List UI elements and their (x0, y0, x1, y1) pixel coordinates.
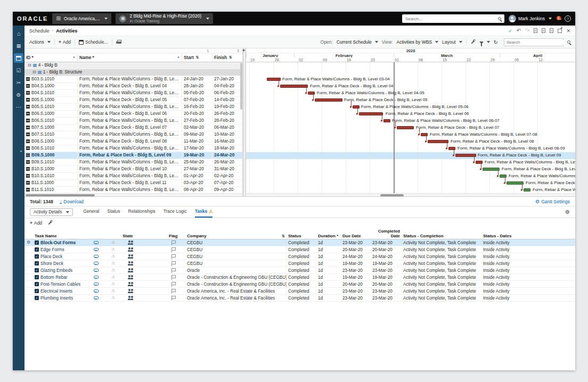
task-row[interactable]: ⚙✓Block-Out Forms⚠CEGBUCompleted1d23-Mar… (24, 239, 575, 246)
task-checkbox[interactable]: ✓ (35, 275, 39, 279)
tab-status[interactable]: Status (107, 209, 120, 218)
document-icon-3[interactable] (550, 28, 553, 33)
comment-icon[interactable] (94, 241, 99, 244)
gantt-bar[interactable] (524, 188, 530, 192)
user-menu[interactable]: Mark Jenkins (509, 15, 552, 22)
org-selector[interactable]: ⊞ Oracle America,... (52, 13, 111, 24)
col-header-start[interactable]: Start⇅ (182, 54, 213, 62)
flag-icon[interactable] (172, 254, 176, 259)
task-checkbox[interactable]: ✓ (35, 268, 39, 272)
nav-settings[interactable]: ⚙ (14, 90, 23, 99)
filter-caret-icon[interactable]: ▼ (177, 56, 180, 59)
open-schedule-select[interactable]: Current Schedule (337, 39, 378, 45)
panel-collapse-handle[interactable]: ◂ (20, 149, 22, 153)
flag-icon[interactable] (172, 240, 176, 245)
table-search-input[interactable] (507, 40, 565, 45)
activity-row[interactable]: B04.S.1000Form, Rebar & Place Deck - Bld… (24, 83, 242, 90)
col-status[interactable]: Status (287, 234, 316, 238)
filter-caret-icon[interactable]: ▼ (72, 56, 76, 59)
add-task-button[interactable]: +Add (30, 220, 42, 226)
row-gear-icon[interactable]: ⚙ (27, 239, 30, 246)
gantt-bar[interactable] (421, 133, 428, 136)
comment-icon[interactable] (94, 269, 99, 272)
col-header-finish[interactable]: Finish⇅ (213, 54, 243, 62)
gantt-bar[interactable] (476, 161, 483, 164)
gantt-bar[interactable] (359, 112, 383, 115)
activity-row[interactable]: B09.S.1010Form, Rebar & Place Walls/Colu… (24, 159, 242, 166)
open-window-icon[interactable] (558, 29, 562, 33)
col-status-dates[interactable]: Status - Dates (481, 234, 575, 238)
comment-icon[interactable] (94, 276, 99, 279)
breadcrumb-section[interactable]: Schedule (29, 28, 50, 34)
flag-icon[interactable] (172, 261, 176, 266)
tab-general[interactable]: General (83, 209, 99, 218)
task-row[interactable]: ✓Electrical Inserts⚠Oracle America, Inc.… (24, 288, 575, 295)
gantt-bar[interactable] (315, 98, 342, 102)
task-row[interactable]: ✓Place Deck⚠CEGBUCompleted1d24-Mar-2024-… (24, 253, 575, 260)
col-task-name[interactable]: Task Name (33, 234, 88, 238)
task-row[interactable]: ✓Post-Tension Cables⚠Oracle - Constructi… (24, 281, 575, 288)
gantt-hscrollbar[interactable] (246, 193, 575, 196)
task-checkbox[interactable]: ✓ (35, 247, 39, 252)
nav-schedule[interactable] (14, 53, 23, 63)
task-checkbox[interactable]: ✓ (35, 254, 39, 259)
comment-icon[interactable] (94, 296, 99, 300)
gantt-bar[interactable] (383, 119, 390, 122)
layout-button[interactable]: Layout (442, 39, 462, 45)
view-select[interactable]: Activities by WBS (396, 39, 438, 45)
task-checkbox[interactable]: ✓ (35, 282, 39, 286)
gantt-bar[interactable] (455, 154, 476, 157)
sort-icon[interactable]: ⇅ (282, 234, 285, 238)
activity-row[interactable]: B07.S.1000Form, Rebar & Place Deck - Bld… (24, 124, 242, 131)
gantt-bar[interactable] (507, 181, 524, 185)
task-row[interactable]: ✓Edge Forms⚠CEGBUCompleted1d20-Mar-2020-… (24, 246, 575, 253)
activity-group-row[interactable]: ⊟1 - Bldg B: Structure (24, 69, 242, 76)
col-header-id[interactable]: ID *▼ (24, 54, 78, 62)
comment-icon[interactable] (94, 248, 99, 251)
details-settings-button[interactable]: ⚙ (565, 209, 570, 215)
task-row[interactable]: ✓Bottom Rebar⚠Oracle - Construction & En… (24, 274, 575, 281)
task-checkbox[interactable]: ✓ (35, 296, 39, 300)
nav-resources[interactable]: ✂ (14, 78, 23, 87)
nav-portfolio[interactable]: ▦ (14, 41, 23, 51)
activity-row[interactable]: ⚙B09.S.1000Form, Rebar & Place Deck - Bl… (24, 152, 242, 159)
schedule-button[interactable]: Schedule... (79, 39, 108, 45)
tools-button[interactable] (470, 39, 476, 45)
search-icon[interactable] (567, 40, 570, 44)
nav-tasks[interactable]: ☑ (14, 65, 23, 75)
col-header-name[interactable]: Name *▼ (78, 54, 182, 62)
col-flag[interactable]: Flag (167, 234, 185, 238)
col-company[interactable]: Company⇅ (185, 234, 287, 238)
scrollbar-thumb[interactable] (26, 194, 95, 196)
tab-tasks[interactable]: Tasks⚠ (195, 209, 213, 218)
activity-row[interactable]: B08.S.1010Form, Rebar & Place Walls/Colu… (24, 145, 242, 152)
nav-more[interactable]: ⋯ (14, 102, 23, 112)
gantt-settings-link[interactable]: ⚙Gantt Settings (535, 199, 570, 204)
col-state[interactable]: State (88, 234, 167, 238)
comment-icon[interactable] (94, 262, 99, 265)
task-row[interactable]: ✓Shore Deck⚠CEGBUCompleted1d19-Mar-2019-… (24, 260, 575, 267)
gantt-bar[interactable] (483, 168, 500, 171)
gantt-bar[interactable] (448, 147, 455, 150)
activity-row[interactable]: B06.S.1000Form, Rebar & Place Deck - Bld… (24, 111, 242, 118)
gantt-bar[interactable] (280, 85, 308, 88)
collapse-icon[interactable]: ⊟ (32, 70, 36, 74)
details-selector[interactable]: Activity Details (30, 208, 73, 216)
activity-row[interactable]: B10.S.1000Form, Rebar & Place Deck - Bld… (24, 166, 242, 173)
gantt-bar[interactable] (353, 105, 360, 109)
tab-trace-logic[interactable]: Trace Logic (164, 209, 187, 218)
filter-button[interactable] (479, 40, 490, 44)
col-due-date[interactable]: Due Date (341, 234, 371, 238)
project-selector[interactable]: ▦ 2 Bldg Mid-Rise & High-Rise (2020) In:… (116, 13, 213, 24)
refresh-button[interactable]: ↻ (494, 39, 498, 45)
print-button[interactable] (116, 40, 121, 45)
help-button[interactable]: ? (565, 15, 571, 22)
comment-icon[interactable] (94, 255, 99, 258)
task-row[interactable]: ✓Plumbing Inserts⚠Oracle America, Inc. -… (24, 295, 575, 302)
activity-row[interactable]: B05.S.1010Form, Rebar & Place Walls/Colu… (24, 104, 242, 111)
activity-group-row[interactable]: ⊟4 - Bldg B (24, 62, 242, 69)
collapse-icon[interactable]: ⊟ (28, 63, 31, 68)
task-checkbox[interactable]: ✓ (35, 240, 39, 245)
redo-icon[interactable]: ↷ (525, 28, 529, 34)
activity-row[interactable]: B03.S.1010Form, Rebar & Place Walls/Colu… (24, 76, 242, 83)
